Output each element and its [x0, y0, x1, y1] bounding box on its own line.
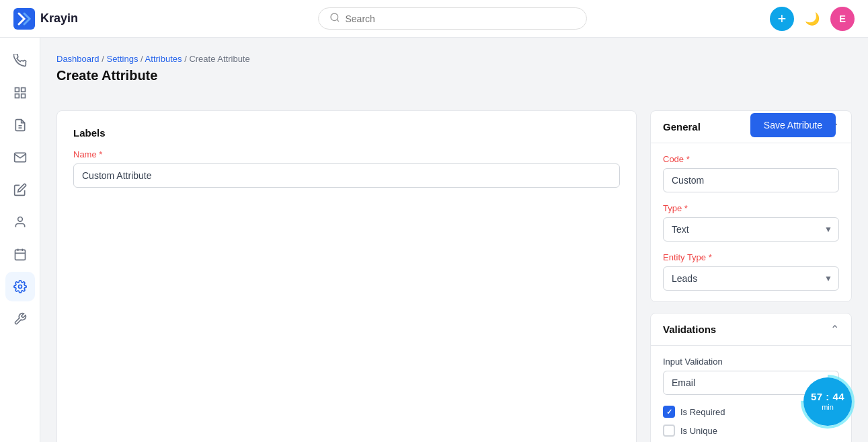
- search-icon: [329, 12, 340, 25]
- sidebar-item-tickets[interactable]: [5, 110, 35, 140]
- sidebar-item-mail[interactable]: [5, 143, 35, 172]
- sidebar-item-tools[interactable]: [5, 304, 35, 334]
- breadcrumb-current: Create Attribute: [189, 54, 249, 64]
- header-left: Dashboard / Settings / Attributes / Crea…: [56, 54, 250, 97]
- svg-rect-4: [21, 88, 25, 92]
- timer-badge[interactable]: 57 : 44 min: [803, 377, 852, 426]
- sidebar: [0, 38, 40, 442]
- content-area: Labels Name * General ⌃: [56, 110, 852, 442]
- is-required-checkbox[interactable]: ✓: [663, 406, 675, 418]
- add-button[interactable]: +: [770, 7, 794, 31]
- labels-panel-title: Labels: [73, 127, 620, 139]
- type-field-label: Type *: [663, 203, 839, 213]
- breadcrumb: Dashboard / Settings / Attributes / Crea…: [56, 54, 250, 64]
- search-bar: [318, 7, 587, 30]
- labels-panel: Labels Name *: [56, 110, 637, 442]
- name-field-label: Name *: [73, 149, 620, 159]
- search-wrapper: [134, 7, 770, 30]
- code-field-label: Code *: [663, 154, 839, 164]
- breadcrumb-settings[interactable]: Settings: [106, 54, 138, 64]
- sidebar-item-notes[interactable]: [5, 175, 35, 205]
- input-validation-field-label: Input Validation: [663, 357, 839, 367]
- svg-rect-10: [15, 250, 25, 260]
- svg-rect-6: [21, 94, 25, 98]
- page-title: Create Attribute: [56, 68, 250, 83]
- general-section-title: General: [663, 121, 701, 133]
- code-field-group: Code *: [663, 154, 839, 192]
- sidebar-item-contacts[interactable]: [5, 207, 35, 237]
- name-input[interactable]: [73, 163, 620, 188]
- sidebar-item-calls[interactable]: [5, 46, 35, 75]
- breadcrumb-attributes[interactable]: Attributes: [145, 54, 182, 64]
- entity-type-select[interactable]: Leads Contacts Organizations: [663, 266, 839, 291]
- avatar[interactable]: E: [830, 7, 855, 31]
- code-required-star: *: [686, 154, 690, 164]
- validations-chevron-icon: ⌃: [830, 323, 839, 336]
- entity-type-field-label: Entity Type *: [663, 252, 839, 262]
- svg-point-14: [18, 285, 22, 289]
- main-content: Dashboard / Settings / Attributes / Crea…: [40, 38, 868, 442]
- sidebar-item-settings[interactable]: [5, 272, 35, 301]
- logo[interactable]: Krayin: [13, 8, 134, 30]
- svg-point-9: [17, 217, 22, 222]
- timer-time: 57 : 44: [811, 391, 844, 403]
- logo-text: Krayin: [40, 11, 78, 26]
- validations-section-title: Validations: [663, 324, 716, 335]
- general-section-body: Code * Type * Text Number: [651, 143, 851, 301]
- svg-line-2: [337, 20, 339, 22]
- breadcrumb-dashboard[interactable]: Dashboard: [56, 54, 100, 64]
- search-input[interactable]: [346, 13, 576, 24]
- entity-type-select-wrap: Leads Contacts Organizations ▼: [663, 266, 839, 291]
- krayin-logo-icon: [13, 8, 35, 30]
- svg-point-1: [331, 13, 338, 21]
- svg-rect-5: [15, 94, 19, 98]
- topnav: Krayin + 🌙 E: [0, 0, 868, 38]
- sidebar-item-calendar[interactable]: [5, 240, 35, 269]
- header-row: Dashboard / Settings / Attributes / Crea…: [56, 54, 852, 97]
- timer-unit: min: [822, 403, 834, 412]
- validations-section-header[interactable]: Validations ⌃: [651, 314, 851, 346]
- type-required-star: *: [684, 203, 688, 213]
- sidebar-item-grid[interactable]: [5, 78, 35, 108]
- topnav-right: + 🌙 E: [770, 7, 855, 31]
- type-select-wrap: Text Number Boolean Date Select ▼: [663, 217, 839, 242]
- svg-rect-3: [15, 88, 19, 92]
- entity-type-field-group: Entity Type * Leads Contacts Organizatio…: [663, 252, 839, 291]
- entity-type-required-star: *: [709, 252, 712, 262]
- required-star: *: [99, 149, 102, 159]
- type-field-group: Type * Text Number Boolean Date Select ▼: [663, 203, 839, 242]
- name-field-group: Name *: [73, 149, 620, 188]
- is-required-label: Is Required: [680, 407, 725, 417]
- general-section: General ⌃ Code * Type *: [650, 110, 852, 302]
- is-unique-checkbox[interactable]: [663, 425, 675, 437]
- save-attribute-button[interactable]: Save Attribute: [750, 113, 836, 137]
- dark-mode-icon[interactable]: 🌙: [805, 11, 820, 26]
- is-required-check-icon: ✓: [666, 408, 672, 416]
- type-select[interactable]: Text Number Boolean Date Select: [663, 217, 839, 242]
- code-input[interactable]: [663, 168, 839, 192]
- is-unique-label: Is Unique: [680, 426, 717, 436]
